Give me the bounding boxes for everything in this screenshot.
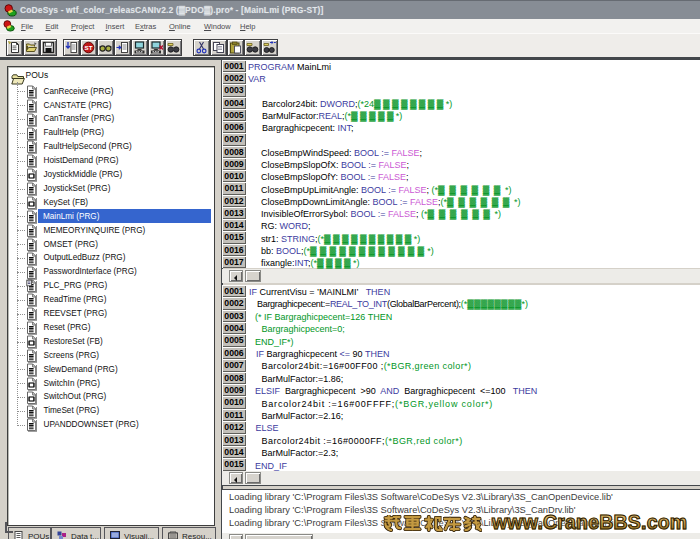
svg-text:ST: ST xyxy=(85,44,93,51)
